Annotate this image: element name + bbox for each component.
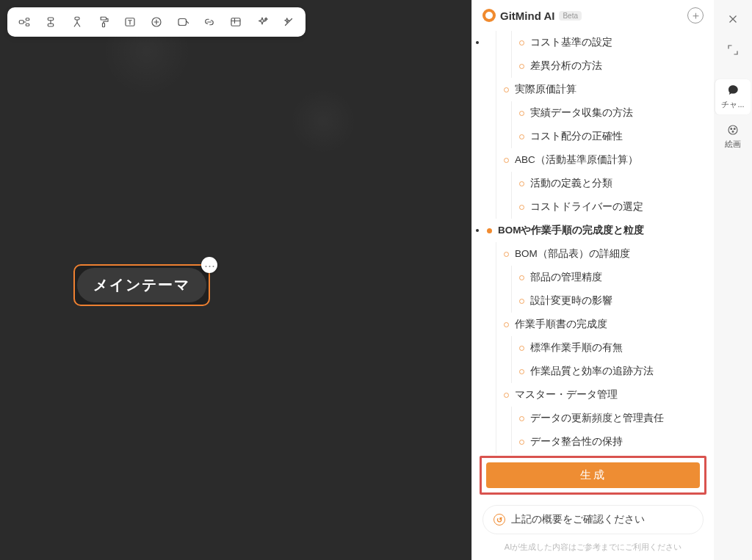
outline-item[interactable]: コスト基準の設定 — [519, 31, 705, 54]
ai-disclaimer: AIが生成した内容はご参考までにご利用ください — [472, 539, 714, 560]
confirm-banner[interactable]: ↺ 上記の概要をご確認ください — [482, 505, 704, 534]
bullet-icon — [519, 181, 524, 186]
outline-item-label: 実績データ収集の方法 — [530, 106, 633, 120]
draw-tab-label: 絵画 — [725, 139, 741, 150]
app-root: ⋯ メインテーマ GitMind AI Beta ＋ コスト基準の設定差異分析の… — [0, 0, 752, 560]
summary-icon[interactable] — [223, 10, 248, 34]
canvas-toolbar — [7, 7, 306, 37]
bullet-icon — [504, 252, 509, 257]
outline-item[interactable]: コスト配分の正確性 — [519, 125, 705, 148]
mindmap-canvas[interactable]: ⋯ メインテーマ — [0, 0, 471, 560]
outline-item[interactable]: 差異分析の方法 — [519, 54, 705, 78]
outline-item-label: データの更新頻度と管理責任 — [530, 412, 664, 425]
outline-item[interactable]: 標準作業手順の有無 — [519, 336, 705, 360]
outline-item-label: コストドライバーの選定 — [530, 200, 643, 214]
outline-item-label: 標準作業手順の有無 — [530, 341, 623, 354]
svg-rect-6 — [103, 23, 105, 27]
outline-item-label: コスト配分の正確性 — [530, 130, 623, 143]
link-icon[interactable] — [197, 10, 222, 34]
outline-item-label: 設計変更時の影響 — [530, 294, 612, 308]
bullet-icon — [519, 440, 524, 445]
outline-item-label: 活動の定義と分類 — [530, 177, 612, 190]
central-node-label: メインテーマ — [77, 268, 206, 302]
draw-tab[interactable]: 絵画 — [715, 119, 751, 154]
ai-panel: GitMind AI Beta ＋ コスト基準の設定差異分析の方法実際原価計算実… — [471, 0, 714, 560]
outline-item-label: BOMや作業手順の完成度と粒度 — [498, 224, 645, 237]
confirm-icon: ↺ — [494, 514, 505, 526]
add-circle-icon[interactable] — [144, 10, 169, 34]
outline-item[interactable]: 実績データ収集の方法 — [519, 101, 705, 125]
svg-point-12 — [731, 128, 732, 130]
central-node[interactable]: ⋯ メインテーマ — [73, 264, 210, 306]
outline-item[interactable]: 設計変更時の影響 — [519, 289, 705, 313]
outline-item-label: ABC（活動基準原価計算） — [515, 153, 638, 167]
outline-item[interactable]: 部品の管理精度 — [519, 266, 705, 289]
bullet-icon — [519, 369, 524, 374]
chat-tab[interactable]: チャ... — [715, 79, 751, 114]
svg-point-11 — [728, 126, 737, 134]
brand-name: GitMind AI — [500, 10, 554, 22]
svg-rect-9 — [178, 19, 187, 26]
sibling-topic-icon[interactable] — [38, 10, 63, 34]
outline-item-label: BOM（部品表）の詳細度 — [515, 247, 630, 261]
paint-icon[interactable] — [91, 10, 116, 34]
sticker-icon[interactable] — [170, 10, 195, 34]
svg-point-13 — [734, 128, 735, 130]
outline-scroll[interactable]: コスト基準の設定差異分析の方法実際原価計算実績データ収集の方法コスト配分の正確性… — [472, 31, 714, 456]
outline-item-label: 作業手順書の完成度 — [515, 318, 607, 331]
node-menu-handle[interactable]: ⋯ — [201, 257, 217, 273]
outline-item[interactable]: データの更新頻度と管理責任 — [519, 407, 705, 430]
svg-rect-1 — [26, 18, 29, 21]
outline-item-label: コスト基準の設定 — [530, 36, 612, 49]
svg-rect-10 — [231, 18, 240, 26]
bullet-icon — [519, 346, 524, 351]
bullet-icon — [519, 40, 524, 46]
outline-item[interactable]: コストドライバーの選定 — [519, 195, 705, 219]
subtopic-icon[interactable] — [12, 10, 37, 34]
generate-button[interactable]: 生成 — [486, 462, 700, 488]
new-chat-button[interactable]: ＋ — [687, 7, 704, 23]
outline-item[interactable]: データ整合性の保持 — [519, 430, 705, 454]
bullet-icon — [519, 416, 524, 421]
chat-tab-label: チャ... — [721, 99, 744, 110]
svg-point-14 — [732, 131, 734, 132]
bullet-icon — [504, 87, 509, 92]
beta-badge: Beta — [559, 11, 582, 21]
outline-item[interactable]: BOM（部品表）の詳細度部品の管理精度設計変更時の影響 — [504, 242, 705, 313]
outline-item-label: データ整合性の保持 — [530, 435, 623, 448]
outline-item[interactable]: BOMや作業手順の完成度と粒度BOM（部品表）の詳細度部品の管理精度設計変更時の… — [487, 219, 705, 454]
generate-highlight: 生成 — [480, 456, 706, 495]
confirm-text: 上記の概要をご確認ください — [511, 513, 645, 526]
bullet-icon — [519, 134, 524, 139]
brand-logo-icon — [482, 9, 496, 22]
bullet-icon — [504, 393, 509, 398]
close-button[interactable] — [720, 6, 746, 32]
outline-item[interactable]: ABC（活動基準原価計算）活動の定義と分類コストドライバーの選定 — [504, 148, 705, 219]
bullet-icon — [519, 205, 524, 210]
outline-tree: コスト基準の設定差異分析の方法実際原価計算実績データ収集の方法コスト配分の正確性… — [487, 31, 705, 454]
outline-item-label: マスター・データ管理 — [515, 388, 618, 401]
svg-rect-0 — [19, 21, 24, 24]
bullet-icon — [519, 299, 524, 304]
svg-rect-2 — [26, 23, 29, 26]
expand-icon[interactable] — [720, 37, 746, 63]
right-rail: チャ... 絵画 — [714, 0, 752, 560]
sparkle-icon[interactable] — [250, 10, 275, 34]
relationship-icon[interactable] — [65, 10, 90, 34]
magic-off-icon[interactable] — [276, 10, 301, 34]
outline-item-label: 差異分析の方法 — [530, 59, 602, 73]
bullet-icon — [519, 275, 524, 280]
outline-item[interactable]: 活動の定義と分類 — [519, 172, 705, 195]
outline-item[interactable]: 作業品質と効率の追跡方法 — [519, 360, 705, 383]
bullet-icon — [487, 228, 492, 233]
bullet-icon — [504, 158, 509, 163]
bullet-icon — [504, 322, 509, 327]
outline-item[interactable]: マスター・データ管理データの更新頻度と管理責任データ整合性の保持 — [504, 383, 705, 454]
text-box-icon[interactable] — [118, 10, 142, 34]
outline-item-label: 実際原価計算 — [515, 83, 576, 96]
panel-header: GitMind AI Beta ＋ — [472, 0, 714, 31]
bullet-icon — [519, 64, 524, 69]
outline-item-label: 部品の管理精度 — [530, 271, 602, 284]
outline-item[interactable]: 作業手順書の完成度標準作業手順の有無作業品質と効率の追跡方法 — [504, 313, 705, 383]
outline-item[interactable]: 実際原価計算実績データ収集の方法コスト配分の正確性 — [504, 78, 705, 148]
